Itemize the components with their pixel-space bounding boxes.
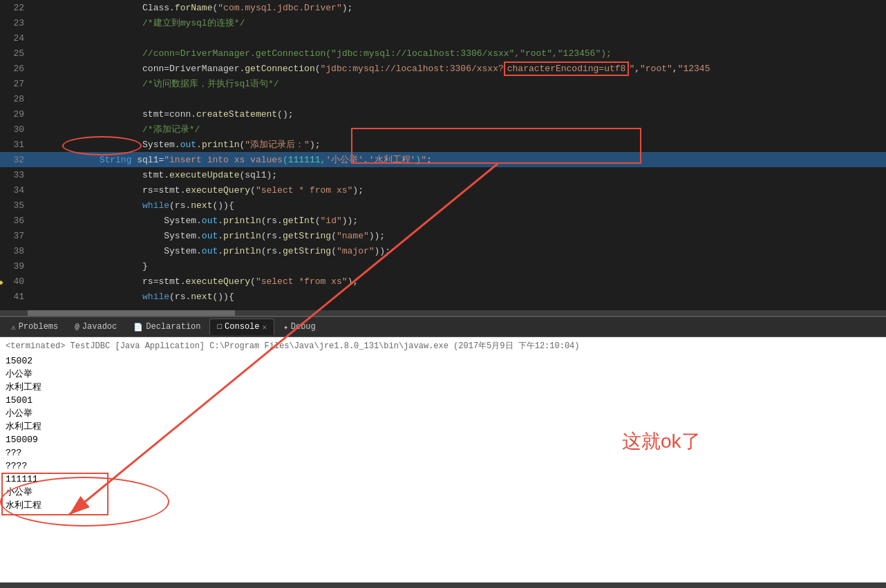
- output-line-5: 小公举: [6, 407, 880, 420]
- code-line-23: 23 /*建立到mysql的连接*/: [0, 15, 886, 30]
- console-icon: □: [217, 323, 222, 331]
- console-output: 15002 小公举 水利工程 15001 小公举 水利工程 150009 ???…: [6, 354, 880, 512]
- code-editor[interactable]: 22 Class.forName("com.mysql.jdbc.Driver"…: [0, 0, 886, 316]
- output-line-1: 15002: [6, 354, 880, 368]
- ok-annotation: 这就ok了: [622, 428, 701, 455]
- output-line-6: 水利工程: [6, 420, 880, 433]
- console-area: <terminated> TestJDBC [Java Application]…: [0, 337, 886, 582]
- code-lines: 22 Class.forName("com.mysql.jdbc.Driver"…: [0, 0, 886, 304]
- tab-javadoc[interactable]: @ Javadoc: [67, 319, 124, 335]
- output-line-9: ????: [6, 459, 880, 473]
- tab-javadoc-label: Javadoc: [82, 322, 117, 332]
- tab-declaration[interactable]: 📄 Declaration: [126, 319, 208, 335]
- scrollbar-thumb[interactable]: [28, 310, 235, 316]
- tab-problems[interactable]: ⚠ Problems: [3, 319, 66, 335]
- tab-bar: ⚠ Problems @ Javadoc 📄 Declaration □ Con…: [0, 316, 886, 337]
- tab-debug-label: Debug: [291, 322, 316, 332]
- output-line-4: 15001: [6, 394, 880, 407]
- declaration-icon: 📄: [133, 323, 143, 332]
- problems-icon: ⚠: [11, 323, 16, 332]
- javadoc-icon: @: [75, 323, 79, 331]
- output-line-7: 150009: [6, 433, 880, 446]
- tab-console[interactable]: □ Console ✕: [209, 319, 274, 335]
- tab-debug[interactable]: ✦ Debug: [276, 319, 323, 335]
- output-line-8: ???: [6, 446, 880, 459]
- console-terminated-line: <terminated> TestJDBC [Java Application]…: [6, 340, 880, 352]
- tab-problems-label: Problems: [19, 322, 59, 332]
- code-line-41: 41 while(rs.next()){: [0, 289, 886, 304]
- code-line-27: 27 /*访问数据库，并执行sql语句*/: [0, 76, 886, 91]
- tab-console-label: Console: [225, 322, 259, 332]
- output-line-10: 111111: [6, 473, 880, 486]
- editor-scrollbar[interactable]: [0, 310, 886, 316]
- bottom-border: [0, 582, 886, 588]
- output-line-12: 水利工程: [6, 499, 880, 512]
- debug-icon: ✦: [283, 323, 288, 332]
- tab-declaration-label: Declaration: [146, 322, 200, 332]
- output-line-11: 小公举: [6, 486, 880, 499]
- output-line-3: 水利工程: [6, 381, 880, 394]
- output-line-2: 小公举: [6, 368, 880, 381]
